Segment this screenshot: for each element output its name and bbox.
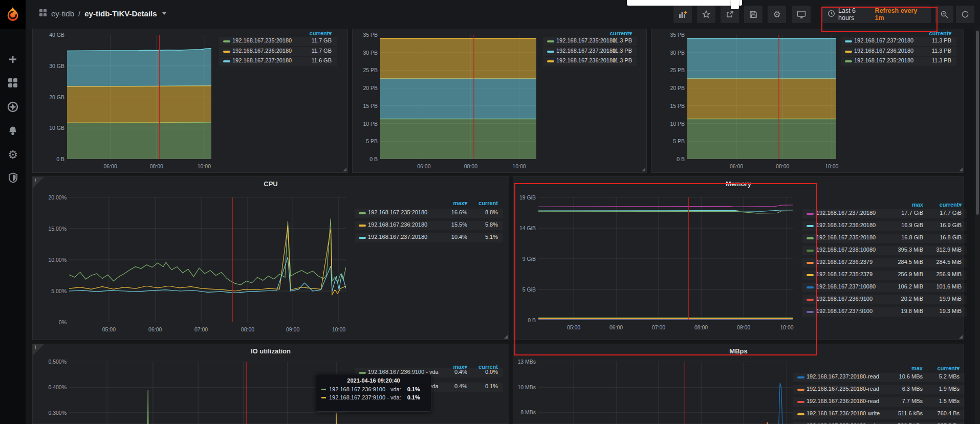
- series-swatch[interactable]: [223, 60, 230, 62]
- series-swatch[interactable]: [359, 225, 366, 227]
- scrollbar-thumb[interactable]: [976, 31, 979, 215]
- panel-title[interactable]: IO utilization: [33, 347, 509, 355]
- time-range-picker[interactable]: Last 6 hours Refresh every 1m: [822, 6, 931, 23]
- cycle-view-button[interactable]: [792, 6, 811, 23]
- add-panel-button[interactable]: [673, 6, 692, 23]
- series-swatch[interactable]: [807, 286, 814, 288]
- panel-resize-handle[interactable]: [959, 335, 963, 339]
- panel-resize-handle[interactable]: [959, 168, 963, 171]
- legend-header[interactable]: current: [478, 200, 498, 206]
- legend-series-name[interactable]: 192.168.167.237:20180: [854, 37, 913, 43]
- series-swatch[interactable]: [845, 60, 852, 62]
- legend-series-name[interactable]: 192.168.167.237:20180: [232, 57, 292, 63]
- time-range-label: Last 6 hours: [838, 7, 872, 21]
- legend-series-name[interactable]: 192.168.167.236:20180: [854, 48, 913, 54]
- series-swatch[interactable]: [797, 413, 804, 415]
- series-swatch[interactable]: [807, 311, 814, 313]
- panel-title[interactable]: CPU: [33, 180, 509, 188]
- legend-series-name[interactable]: 192.168.167.237:10080: [816, 283, 876, 289]
- series-swatch[interactable]: [223, 51, 230, 53]
- sidebar-item-create[interactable]: [0, 51, 26, 70]
- legend-series-name[interactable]: 192.168.167.235:20180: [556, 37, 616, 43]
- sidebar-item-alerting[interactable]: [0, 122, 26, 141]
- legend-header[interactable]: current▾: [940, 202, 962, 208]
- series-swatch[interactable]: [807, 237, 814, 239]
- legend-series-name[interactable]: 192.168.167.235:20180-read: [807, 386, 879, 392]
- legend-header[interactable]: current▾: [610, 30, 632, 37]
- legend-series-name[interactable]: 192.168.167.236:20180: [368, 221, 427, 228]
- sidebar-item-server-admin[interactable]: [0, 169, 26, 188]
- series-swatch[interactable]: [547, 40, 554, 42]
- legend-series-name[interactable]: 192.168.167.235:2379: [816, 271, 873, 277]
- legend-series-name[interactable]: 192.168.167.237:20180: [556, 48, 616, 54]
- legend-series-name[interactable]: 192.168.167.237:9100: [816, 308, 873, 314]
- chart-canvas-disk3[interactable]: [687, 35, 836, 159]
- legend-header[interactable]: max: [911, 365, 923, 371]
- legend-header[interactable]: max: [912, 202, 923, 208]
- star-button[interactable]: [697, 6, 715, 23]
- save-button[interactable]: [744, 6, 763, 23]
- series-swatch[interactable]: [223, 40, 230, 42]
- legend-series-name[interactable]: 192.168.167.235:20180: [368, 209, 427, 215]
- breadcrumb-folder[interactable]: ey-tidb: [51, 9, 74, 18]
- refresh-button[interactable]: [956, 6, 974, 23]
- series-swatch[interactable]: [807, 274, 814, 276]
- dashboard-grid-icon[interactable]: [39, 9, 47, 18]
- legend-header[interactable]: current▾: [310, 30, 332, 37]
- legend-series-name[interactable]: 192.168.167.237:20180: [816, 210, 876, 216]
- series-swatch[interactable]: [807, 299, 814, 301]
- legend-series-name[interactable]: 192.168.167.235:20180: [232, 37, 292, 43]
- legend-series-name[interactable]: 192.168.167.236:20180-write: [807, 410, 880, 416]
- grafana-logo[interactable]: [0, 0, 26, 29]
- legend-series-name[interactable]: 192.168.167.236:20180: [816, 222, 876, 228]
- sidebar-item-dashboards[interactable]: [0, 75, 26, 93]
- series-swatch[interactable]: [547, 60, 554, 62]
- panel-resize-handle[interactable]: [504, 335, 508, 339]
- legend-header[interactable]: max▾: [453, 200, 467, 207]
- legend-series-name[interactable]: 192.168.167.235:20180: [854, 57, 913, 63]
- series-swatch[interactable]: [359, 212, 366, 214]
- panel-title[interactable]: MBps: [513, 347, 964, 355]
- chart-canvas-cpu[interactable]: [69, 197, 346, 322]
- chart-canvas-disk2[interactable]: [380, 35, 536, 159]
- panel-resize-handle[interactable]: [642, 168, 645, 171]
- legend-series-name[interactable]: 192.168.167.236:9100: [816, 296, 873, 302]
- chart-canvas-mbps[interactable]: [538, 362, 793, 424]
- legend-series-name[interactable]: 192.168.167.236:20180-read: [807, 398, 879, 404]
- legend-series-name[interactable]: 192.168.167.236:20180: [556, 57, 616, 63]
- series-swatch[interactable]: [359, 237, 366, 239]
- legend-header[interactable]: current▾: [929, 30, 951, 37]
- tooltip-row: 192.168.167.236:9100 - vda: 0.1%: [321, 386, 426, 392]
- panel-title[interactable]: Memory: [513, 180, 964, 188]
- chart-canvas-memory[interactable]: [538, 197, 793, 320]
- chart-canvas-io[interactable]: [69, 362, 346, 424]
- panel-resize-handle[interactable]: [343, 168, 346, 171]
- page-title[interactable]: ey-tidb-TiKV-Details: [84, 9, 157, 18]
- series-swatch[interactable]: [807, 225, 814, 227]
- scrollbar-track[interactable]: [975, 29, 980, 424]
- series-swatch[interactable]: [845, 51, 852, 53]
- series-swatch[interactable]: [547, 51, 554, 53]
- legend-series-name[interactable]: 192.168.167.235:20180: [816, 234, 876, 240]
- series-swatch[interactable]: [797, 401, 804, 403]
- series-swatch[interactable]: [845, 40, 852, 42]
- sidebar-item-configuration[interactable]: ⚙: [0, 146, 26, 164]
- cutoff-dialog-tab: [731, 0, 739, 9]
- legend-header[interactable]: current▾: [938, 365, 960, 372]
- zoom-out-button[interactable]: [935, 6, 953, 23]
- legend-series-name[interactable]: 192.168.167.238:10080: [816, 247, 876, 253]
- sidebar-item-explore[interactable]: [0, 99, 26, 117]
- legend-series-value: 5.2 MBs: [939, 373, 960, 380]
- series-swatch[interactable]: [807, 250, 814, 252]
- legend-series-name[interactable]: 192.168.167.236:2379: [816, 259, 873, 265]
- series-swatch[interactable]: [797, 376, 804, 378]
- legend-series-name[interactable]: 192.168.167.237:20180: [368, 234, 427, 240]
- legend-series-name[interactable]: 192.168.167.237:20180-read: [807, 373, 879, 380]
- series-swatch[interactable]: [807, 213, 814, 215]
- series-swatch[interactable]: [807, 262, 814, 264]
- settings-button[interactable]: ⚙: [768, 6, 786, 23]
- legend-series-name[interactable]: 192.168.167.236:20180: [232, 48, 292, 54]
- chart-canvas-disk1[interactable]: [67, 35, 211, 159]
- chevron-down-icon[interactable]: [162, 12, 166, 15]
- series-swatch[interactable]: [797, 389, 804, 391]
